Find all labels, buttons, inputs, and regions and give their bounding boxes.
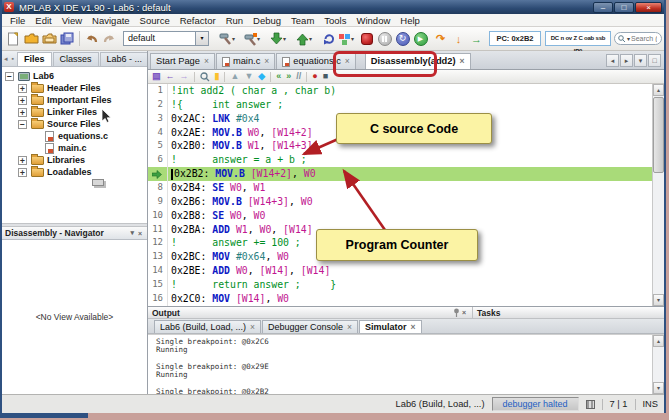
editor-scrollbar[interactable] <box>652 84 664 306</box>
toggle-highlight-icon[interactable] <box>215 72 220 81</box>
project-config-select[interactable]: default <box>123 31 209 46</box>
tasks-header[interactable]: Tasks <box>473 307 664 319</box>
gutter-line-16[interactable]: 16 <box>148 292 168 306</box>
editor-tab-main-c[interactable]: main.c× <box>216 53 275 69</box>
menu-item-file[interactable]: File <box>5 15 30 26</box>
shift-right-icon[interactable] <box>286 72 291 81</box>
code-line-14[interactable]: 140x2BE: ADD W0, [W14], [W14] <box>148 264 664 278</box>
insert-mode-label[interactable]: INS <box>643 399 659 409</box>
maximize-editor-icon[interactable] <box>648 54 661 67</box>
minimize-panel-icon[interactable] <box>128 229 136 237</box>
sidebar-tab-files[interactable]: Files <box>17 52 52 66</box>
gutter-line-4[interactable]: 4 <box>148 126 168 140</box>
maximize-button[interactable] <box>614 2 634 13</box>
start-macro-icon[interactable] <box>312 72 317 81</box>
output-tab-simulator[interactable]: Simulator× <box>359 320 421 333</box>
last-edit-icon[interactable] <box>152 72 161 81</box>
tree-item-equations-c[interactable]: equations.c <box>2 130 147 142</box>
gutter-line-3[interactable]: 3 <box>148 112 168 126</box>
new-file-icon[interactable] <box>5 30 22 47</box>
close-tab-icon[interactable]: × <box>347 323 352 332</box>
gutter-line-14[interactable]: 14 <box>148 264 168 278</box>
code-line-8[interactable]: 80x2B4: SE W0, W1 <box>148 181 664 195</box>
open-project-icon[interactable] <box>41 30 58 47</box>
menu-item-team[interactable]: Team <box>286 15 319 26</box>
gutter-line-5[interactable]: 5 <box>148 139 168 153</box>
tree-item-important-files[interactable]: +Important Files <box>2 94 147 106</box>
search-box[interactable] <box>614 32 662 45</box>
step-over-icon[interactable]: ↷ <box>432 30 449 47</box>
scroll-tabs-right-icon[interactable] <box>620 54 633 67</box>
code-line-6[interactable]: 6! answer = a + b ; <box>148 153 664 167</box>
close-tab-icon[interactable]: × <box>250 323 255 332</box>
step-into-icon[interactable]: ↓ <box>450 30 467 47</box>
sidebar-tab-classes[interactable]: Classes <box>53 52 99 66</box>
expander-icon[interactable]: − <box>18 120 27 129</box>
tree-item-libraries[interactable]: +Libraries <box>2 154 147 166</box>
dock-left-icon[interactable] <box>2 52 10 66</box>
close-output-icon[interactable] <box>460 309 468 316</box>
run-to-cursor-icon[interactable]: → <box>468 30 485 47</box>
refresh-debug-icon[interactable] <box>320 30 337 47</box>
close-tab-icon[interactable]: × <box>264 57 269 66</box>
pin-icon[interactable] <box>453 308 460 317</box>
menu-item-debug[interactable]: Debug <box>248 15 286 26</box>
gutter-line-9[interactable]: 9 <box>148 195 168 209</box>
toggle-bookmark-icon[interactable] <box>258 72 265 81</box>
menu-item-run[interactable]: Run <box>221 15 248 26</box>
editor-tab-equations-c[interactable]: equations.c× <box>276 53 356 69</box>
scroll-down-icon[interactable] <box>653 294 664 306</box>
scroll-tabs-left-icon[interactable] <box>606 54 619 67</box>
gutter-line-15[interactable]: 15 <box>148 278 168 292</box>
gutter-line-1[interactable]: 1 <box>148 84 168 98</box>
stop-macro-icon[interactable] <box>323 72 328 81</box>
gutter-line-13[interactable]: 13 <box>148 250 168 264</box>
sidebar-tab-lab6[interactable]: Lab6 - ... <box>100 52 147 66</box>
close-tab-icon[interactable]: × <box>204 57 209 66</box>
redo-icon[interactable] <box>101 30 118 47</box>
find-icon[interactable] <box>200 68 210 86</box>
code-line-1[interactable]: 1!int add2 ( char a , char b) <box>148 84 664 98</box>
tree-item-header-files[interactable]: +Header Files <box>2 82 147 94</box>
menu-item-tools[interactable]: Tools <box>319 15 351 26</box>
output-tab-lab6-build-load[interactable]: Lab6 (Build, Load, ...)× <box>154 320 261 333</box>
menu-item-view[interactable]: View <box>57 15 87 26</box>
code-line-16[interactable]: 160x2C0: MOV [W14], W0 <box>148 292 664 306</box>
menu-item-navigate[interactable]: Navigate <box>87 15 135 26</box>
menu-item-edit[interactable]: Edit <box>30 15 56 26</box>
scrollbar-thumb[interactable] <box>653 97 664 173</box>
expander-icon[interactable]: + <box>18 96 27 105</box>
continue-icon[interactable] <box>412 30 429 47</box>
close-tab-icon[interactable]: × <box>460 57 465 66</box>
menu-item-window[interactable]: Window <box>351 15 395 26</box>
menu-item-refactor[interactable]: Refactor <box>175 15 221 26</box>
save-all-icon[interactable] <box>59 30 76 47</box>
previous-bookmark-icon[interactable] <box>230 72 239 81</box>
undo-icon[interactable] <box>83 30 100 47</box>
code-line-2[interactable]: 2!{ int answer ; <box>148 98 664 112</box>
tree-item-loadables[interactable]: +Loadables <box>2 166 147 178</box>
expander-icon[interactable]: − <box>5 72 14 81</box>
menu-item-help[interactable]: Help <box>395 15 425 26</box>
reset-icon[interactable] <box>394 30 411 47</box>
gutter-line-11[interactable]: 11 <box>148 223 168 237</box>
gutter-line-10[interactable]: 10 <box>148 209 168 223</box>
back-icon[interactable] <box>166 72 175 81</box>
shift-left-icon[interactable] <box>276 72 281 81</box>
gutter-line-8[interactable]: 8 <box>148 181 168 195</box>
code-line-10[interactable]: 100x2B8: SE W0, W0 <box>148 209 664 223</box>
output-scrollbar[interactable] <box>652 335 664 394</box>
tree-item-linker-files[interactable]: +Linker Files <box>2 106 147 118</box>
tree-item-lab6[interactable]: −Lab6 <box>2 70 147 82</box>
search-input[interactable] <box>631 35 657 42</box>
gutter-line-6[interactable]: 6 <box>148 153 168 167</box>
finish-debugger-session-icon[interactable] <box>358 30 375 47</box>
scroll-down-icon[interactable] <box>653 382 664 394</box>
scroll-up-icon[interactable] <box>653 84 664 96</box>
expander-icon[interactable]: + <box>18 156 27 165</box>
close-tab-icon[interactable]: × <box>411 323 416 332</box>
gutter-line-7[interactable] <box>148 167 168 181</box>
forward-icon[interactable] <box>180 72 189 81</box>
next-bookmark-icon[interactable] <box>244 72 253 81</box>
gutter-line-2[interactable]: 2 <box>148 98 168 112</box>
